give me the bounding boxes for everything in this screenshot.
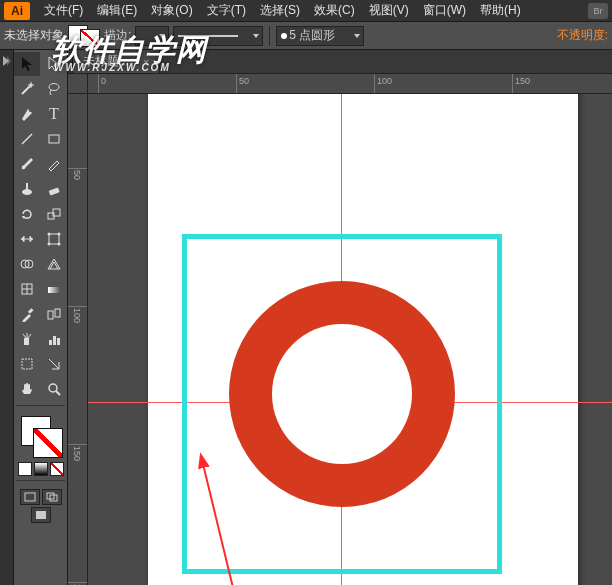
document-area: 未标题... × 0 50 100 150 50 100 150 200 [68,50,612,585]
stroke-profile-dropdown[interactable] [173,26,263,46]
eraser-tool[interactable] [41,177,67,201]
svg-rect-9 [49,135,59,143]
menu-view[interactable]: 视图(V) [363,0,415,21]
paintbrush-tool[interactable] [14,152,40,176]
svg-point-6 [49,84,59,91]
stroke-color-indicator[interactable] [33,428,63,458]
blob-brush-tool[interactable] [14,177,40,201]
draw-mode-behind[interactable] [42,489,62,505]
free-transform-tool[interactable] [41,227,67,251]
app-logo: Ai [4,2,30,20]
separator [269,26,270,46]
draw-mode-normal[interactable] [20,489,40,505]
menu-select[interactable]: 选择(S) [254,0,306,21]
opacity-label[interactable]: 不透明度: [557,27,608,44]
svg-point-21 [48,243,51,246]
brush-value: 5 点圆形 [289,27,335,44]
zoom-tool[interactable] [41,377,67,401]
shape-builder-tool[interactable] [14,252,40,276]
type-tool[interactable]: T [41,102,67,126]
symbol-sprayer-tool[interactable] [14,327,40,351]
chevron-down-icon [253,34,259,38]
close-icon[interactable]: × [143,56,149,68]
hand-tool[interactable] [14,377,40,401]
tools-divider [16,405,65,406]
svg-rect-28 [48,311,53,319]
svg-point-19 [48,233,51,236]
canvas-viewport[interactable] [88,94,612,585]
brush-definition-dropdown[interactable]: 5 点圆形 [276,26,364,46]
vertical-ruler[interactable]: 50 100 150 200 [68,94,88,585]
column-graph-tool[interactable] [41,327,67,351]
mesh-tool[interactable] [14,277,40,301]
svg-rect-32 [53,336,56,345]
chevron-down-icon [354,34,360,38]
svg-rect-34 [22,359,32,369]
tools-panel: T [14,50,68,585]
rotate-tool[interactable] [14,202,40,226]
brush-dot-icon [281,33,287,39]
fill-stroke-indicator[interactable] [17,414,65,458]
line-tool[interactable] [14,127,40,151]
color-mode-none[interactable] [50,462,64,476]
screen-mode-button[interactable] [31,507,51,523]
svg-line-8 [22,134,32,144]
rectangle-tool[interactable] [41,127,67,151]
document-tab-bar: 未标题... × [68,50,612,74]
svg-point-22 [58,243,61,246]
menu-window[interactable]: 窗口(W) [417,0,472,21]
chevron-down-icon [159,34,165,38]
eyedropper-tool[interactable] [14,302,40,326]
artboard-tool[interactable] [14,352,40,376]
svg-point-20 [58,233,61,236]
direct-selection-tool[interactable] [41,52,67,76]
svg-rect-26 [48,287,60,293]
width-tool[interactable] [14,227,40,251]
slice-tool[interactable] [41,352,67,376]
document-tab[interactable]: 未标题... × [72,50,160,73]
gradient-tool[interactable] [41,277,67,301]
blend-tool[interactable] [41,302,67,326]
artwork-red-ring[interactable] [229,281,455,507]
bridge-badge[interactable]: Br [588,3,608,19]
selection-tool[interactable] [14,52,40,76]
menu-text[interactable]: 文字(T) [201,0,252,21]
svg-rect-40 [36,511,46,519]
color-mode-row [14,462,67,476]
control-bar: 未选择对象 描边: 5 点圆形 不透明度: [0,22,612,50]
svg-marker-16 [21,236,24,242]
panel-collapse-strip [0,50,14,585]
svg-rect-11 [26,183,28,190]
fill-stroke-swatch[interactable] [68,25,100,47]
svg-point-5 [30,84,33,87]
svg-point-24 [25,260,33,268]
lasso-tool[interactable] [41,77,67,101]
svg-rect-18 [49,234,59,244]
menu-file[interactable]: 文件(F) [38,0,89,21]
color-mode-gradient[interactable] [34,462,48,476]
svg-rect-12 [49,187,60,195]
pencil-tool[interactable] [41,152,67,176]
menu-object[interactable]: 对象(O) [145,0,198,21]
collapse-arrow-icon[interactable] [2,54,12,68]
svg-rect-31 [49,340,52,345]
stroke-weight-dropdown[interactable] [135,26,169,46]
svg-marker-3 [22,57,32,71]
perspective-grid-tool[interactable] [41,252,67,276]
tools-divider [16,480,65,481]
ruler-origin[interactable] [68,74,88,94]
menu-help[interactable]: 帮助(H) [474,0,527,21]
artwork-red-ring-hole [272,324,412,464]
svg-rect-33 [57,338,60,345]
color-mode-solid[interactable] [18,462,32,476]
horizontal-ruler[interactable]: 0 50 100 150 [88,74,612,94]
scale-tool[interactable] [41,202,67,226]
stroke-swatch[interactable] [80,29,100,47]
menu-edit[interactable]: 编辑(E) [91,0,143,21]
pen-tool[interactable] [14,102,40,126]
menu-effect[interactable]: 效果(C) [308,0,361,21]
document-tab-title: 未标题... [83,53,129,70]
magic-wand-tool[interactable] [14,77,40,101]
svg-point-10 [22,189,32,195]
screen-mode-row [14,489,67,505]
